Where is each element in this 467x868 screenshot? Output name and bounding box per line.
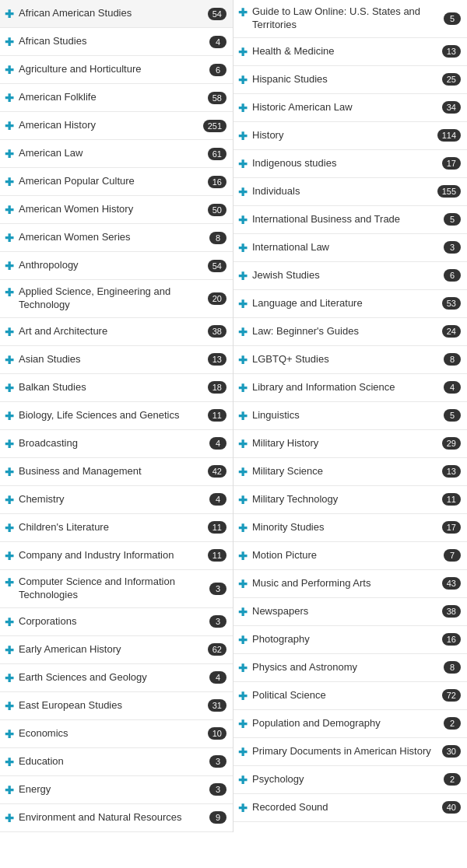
list-item[interactable]: ✚Biology, Life Sciences and Genetics11	[0, 402, 233, 430]
list-item[interactable]: ✚Early American History62	[0, 636, 233, 664]
plus-icon: ✚	[5, 644, 14, 656]
right-column: ✚Guide to Law Online: U.S. States and Te…	[234, 0, 467, 832]
list-item[interactable]: ✚American Law61	[0, 140, 233, 168]
list-item[interactable]: ✚Linguistics5	[234, 402, 467, 430]
list-item[interactable]: ✚Anthropology54	[0, 252, 233, 280]
list-item[interactable]: ✚Military Science13	[234, 458, 467, 486]
list-item[interactable]: ✚Business and Management42	[0, 458, 233, 486]
plus-icon: ✚	[238, 466, 248, 478]
list-item[interactable]: ✚Military Technology11	[234, 486, 467, 514]
list-item[interactable]: ✚Military History29	[234, 430, 467, 458]
item-count-badge: 13	[442, 45, 461, 58]
list-item[interactable]: ✚Minority Studies17	[234, 514, 467, 542]
plus-icon: ✚	[238, 606, 248, 618]
list-item[interactable]: ✚Energy3	[0, 776, 233, 804]
plus-icon: ✚	[238, 410, 248, 422]
list-item[interactable]: ✚Law: Beginner's Guides24	[234, 318, 467, 346]
item-count-badge: 61	[208, 148, 226, 160]
plus-icon: ✚	[5, 92, 14, 104]
list-item[interactable]: ✚Motion Picture7	[234, 542, 467, 570]
list-item[interactable]: ✚Broadcasting4	[0, 430, 233, 458]
list-item[interactable]: ✚Newspapers38	[234, 598, 467, 626]
list-item[interactable]: ✚Primary Documents in American History30	[234, 738, 467, 766]
list-item[interactable]: ✚Library and Information Science4	[234, 374, 467, 402]
list-item[interactable]: ✚Political Science72	[234, 682, 467, 710]
item-count-badge: 5	[444, 409, 461, 422]
list-item[interactable]: ✚Jewish Studies6	[234, 262, 467, 290]
item-label: Music and Performing Arts	[252, 577, 437, 590]
item-label: Education	[19, 755, 205, 768]
list-item[interactable]: ✚Economics10	[0, 720, 233, 748]
item-count-badge: 38	[442, 605, 461, 618]
list-item[interactable]: ✚International Business and Trade5	[234, 206, 467, 234]
list-item[interactable]: ✚Photography16	[234, 626, 467, 654]
item-label: Linguistics	[252, 409, 439, 422]
item-count-badge: 114	[437, 129, 461, 142]
list-item[interactable]: ✚Chemistry4	[0, 486, 233, 514]
item-count-badge: 3	[444, 241, 461, 254]
list-item[interactable]: ✚Art and Architecture38	[0, 318, 233, 346]
list-item[interactable]: ✚East European Studies31	[0, 692, 233, 720]
plus-icon: ✚	[238, 718, 248, 730]
item-label: Recorded Sound	[252, 801, 437, 814]
list-item[interactable]: ✚Individuals155	[234, 178, 467, 206]
item-label: Newspapers	[252, 605, 437, 618]
list-item[interactable]: ✚History114	[234, 122, 467, 150]
plus-icon: ✚	[238, 298, 248, 310]
list-item[interactable]: ✚Earth Sciences and Geology4	[0, 664, 233, 692]
list-item[interactable]: ✚American History251	[0, 112, 233, 140]
list-item[interactable]: ✚Language and Literature53	[234, 290, 467, 318]
list-item[interactable]: ✚American Popular Culture16	[0, 168, 233, 196]
list-item[interactable]: ✚Indigenous studies17	[234, 150, 467, 178]
list-item[interactable]: ✚Corporations3	[0, 608, 233, 636]
plus-icon: ✚	[238, 690, 248, 702]
item-count-badge: 6	[209, 64, 226, 76]
plus-icon: ✚	[5, 120, 14, 132]
item-count-badge: 8	[444, 661, 461, 674]
list-item[interactable]: ✚Education3	[0, 748, 233, 776]
item-label: Individuals	[252, 185, 433, 198]
list-item[interactable]: ✚Computer Science and Information Techno…	[0, 570, 233, 608]
list-item[interactable]: ✚Recorded Sound40	[234, 794, 467, 822]
list-item[interactable]: ✚Children's Literature11	[0, 514, 233, 542]
plus-icon: ✚	[5, 8, 14, 20]
item-label: East European Studies	[19, 699, 203, 712]
list-item[interactable]: ✚LGBTQ+ Studies8	[234, 346, 467, 374]
list-item[interactable]: ✚Health & Medicine13	[234, 38, 467, 66]
list-item[interactable]: ✚Population and Demography2	[234, 710, 467, 738]
list-item[interactable]: ✚Agriculture and Horticulture6	[0, 56, 233, 84]
list-item[interactable]: ✚Environment and Natural Resources9	[0, 804, 233, 832]
list-item[interactable]: ✚Hispanic Studies25	[234, 66, 467, 94]
plus-icon: ✚	[5, 354, 14, 366]
list-item[interactable]: ✚Physics and Astronomy8	[234, 654, 467, 682]
list-item[interactable]: ✚American Folklife58	[0, 84, 233, 112]
list-item[interactable]: ✚African Studies4	[0, 28, 233, 56]
list-item[interactable]: ✚Historic American Law34	[234, 94, 467, 122]
list-item[interactable]: ✚Guide to Law Online: U.S. States and Te…	[234, 0, 467, 38]
list-item[interactable]: ✚Asian Studies13	[0, 346, 233, 374]
list-item[interactable]: ✚Balkan Studies18	[0, 374, 233, 402]
list-item[interactable]: ✚Company and Industry Information11	[0, 542, 233, 570]
item-label: Indigenous studies	[252, 157, 437, 170]
list-item[interactable]: ✚Applied Science, Engineering and Techno…	[0, 280, 233, 318]
item-label: Political Science	[252, 689, 437, 702]
list-item[interactable]: ✚Psychology2	[234, 766, 467, 794]
list-item[interactable]: ✚International Law3	[234, 234, 467, 262]
list-item[interactable]: ✚American Women Series8	[0, 224, 233, 252]
plus-icon: ✚	[238, 242, 248, 254]
item-label: Physics and Astronomy	[252, 661, 439, 674]
item-count-badge: 9	[209, 811, 226, 824]
list-item[interactable]: ✚African American Studies54	[0, 0, 233, 28]
plus-icon: ✚	[5, 728, 14, 740]
item-label: Guide to Law Online: U.S. States and Ter…	[252, 5, 439, 32]
item-count-badge: 30	[442, 745, 461, 758]
plus-icon: ✚	[238, 354, 248, 366]
item-label: Art and Architecture	[19, 325, 203, 338]
item-count-badge: 8	[444, 353, 461, 366]
plus-icon: ✚	[5, 286, 14, 299]
item-count-badge: 24	[442, 325, 461, 338]
list-item[interactable]: ✚Music and Performing Arts43	[234, 570, 467, 598]
item-label: Economics	[19, 727, 203, 740]
list-item[interactable]: ✚American Women History50	[0, 196, 233, 224]
plus-icon: ✚	[5, 466, 14, 478]
